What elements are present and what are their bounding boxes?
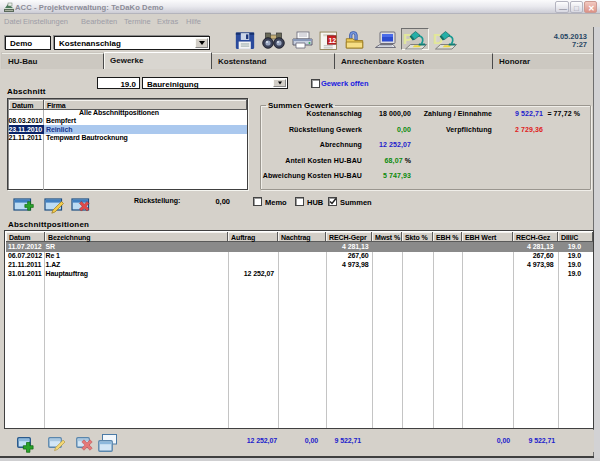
svg-text:12: 12 — [329, 36, 337, 43]
